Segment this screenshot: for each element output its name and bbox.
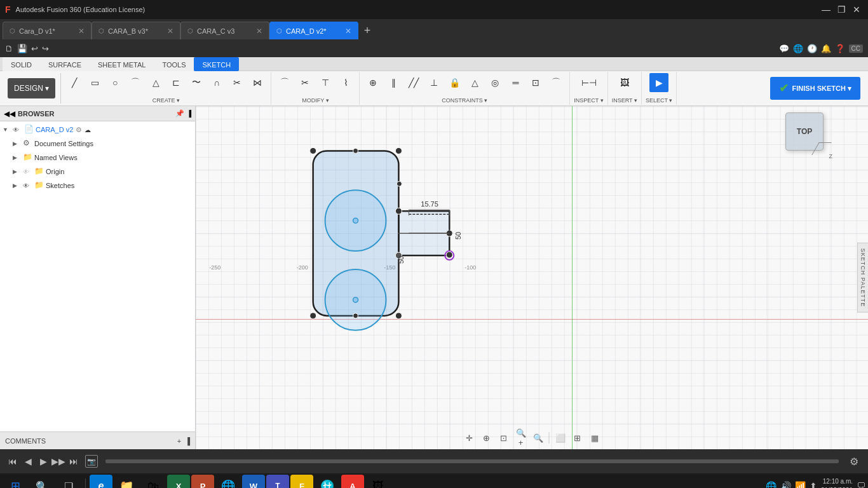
arc-tool-button[interactable]: ⌒ (126, 73, 145, 92)
comments-add-icon[interactable]: + (177, 437, 181, 445)
notification-icon[interactable]: 🗨 (857, 481, 865, 488)
search-button[interactable]: 🔍 (29, 475, 55, 488)
more-options-icon[interactable]: ☁ (85, 126, 91, 133)
network-sys-icon[interactable]: 🌐 (766, 481, 776, 488)
tab-close-icon[interactable]: ✕ (167, 27, 173, 36)
zoom-window-button[interactable]: 🔍+ (513, 431, 529, 445)
zoom-button[interactable]: 🔍 (531, 431, 546, 445)
timeline-track[interactable] (105, 459, 839, 463)
maximize-button[interactable]: ❐ (835, 3, 848, 16)
timeline-end-button[interactable]: ⏭ (67, 455, 80, 468)
rect-tool-button[interactable]: ▭ (85, 73, 104, 92)
tab-sheet-metal[interactable]: SHEET METAL (90, 57, 154, 71)
tab-close-icon[interactable]: ✕ (345, 27, 351, 36)
fusion360-taskbar[interactable]: F (290, 475, 313, 488)
grid-settings-button[interactable]: ⊞ (570, 431, 585, 445)
comments-expand-icon[interactable]: ▐ (185, 437, 190, 445)
visibility-eye[interactable]: 👁 (13, 126, 22, 133)
volume-icon[interactable]: 🔊 (780, 481, 791, 488)
conic-tool-button[interactable]: ∩ (207, 73, 226, 92)
visibility-eye[interactable]: 👁 (23, 168, 32, 175)
mirror-tool-button[interactable]: ⋈ (248, 73, 267, 92)
timeline-settings-button[interactable]: ⚙ (846, 454, 862, 469)
tab-tools[interactable]: TOOLS (154, 57, 194, 71)
tree-item-origin[interactable]: ▶ 👁 📁 Origin (0, 165, 195, 179)
chat-icon[interactable]: 💬 (779, 44, 789, 53)
tab-cara-b-v3[interactable]: ⬡ CARA_B v3* ✕ (92, 22, 180, 39)
bell-icon[interactable]: 🔔 (821, 44, 831, 53)
tree-item-named-views[interactable]: ▶ 📁 Named Views (0, 151, 195, 165)
tab-surface[interactable]: SURFACE (40, 57, 90, 71)
line-tool-button[interactable]: ╱ (65, 73, 84, 92)
excel-taskbar[interactable]: X (167, 475, 190, 488)
store-taskbar[interactable]: 🛍 (140, 475, 166, 488)
photos-taskbar[interactable]: 🖼 (365, 475, 391, 488)
parallel-button[interactable]: ╱╱ (404, 73, 423, 92)
system-clock[interactable]: 12:10 a.m. 31/03/2021 (821, 477, 853, 488)
minimize-button[interactable]: — (820, 3, 832, 16)
close-button[interactable]: ✕ (850, 3, 863, 16)
clock-icon[interactable]: 🕐 (807, 44, 817, 53)
new-button[interactable]: 🗋 (5, 44, 13, 53)
fix-button[interactable]: 🔒 (445, 73, 464, 92)
task-view-button[interactable]: ❑ (56, 475, 81, 488)
explorer-taskbar[interactable]: 📁 (114, 475, 139, 488)
lock-button[interactable]: ⌒ (546, 73, 566, 92)
powerpoint-taskbar[interactable]: P (191, 475, 214, 488)
slot-tool-button[interactable]: ⊏ (166, 73, 186, 92)
tab-sketch[interactable]: SKETCH (194, 57, 239, 71)
timeline-start-button[interactable]: ⏮ (6, 455, 19, 468)
teams-taskbar[interactable]: T (266, 475, 289, 488)
measure-button[interactable]: ⊢⊣ (580, 73, 599, 92)
sketch-palette-toggle[interactable]: SKETCH PALETTE (857, 243, 868, 313)
spline-tool-button[interactable]: 〜 (187, 73, 206, 92)
canvas-area[interactable]: -250 -200 -150 -100 (196, 106, 868, 449)
edge-taskbar[interactable]: e (90, 475, 112, 488)
update-icon[interactable]: ⬆ (810, 481, 817, 488)
tab-solid[interactable]: SOLID (3, 57, 40, 71)
timeline-play-button[interactable]: ▶ (37, 455, 50, 468)
network-icon[interactable]: 🌐 (793, 44, 803, 53)
tab-cara-d-v2[interactable]: ⬡ CARA_D v2* ✕ (269, 22, 358, 39)
start-button[interactable]: ⊞ (3, 475, 28, 488)
tab-close-icon[interactable]: ✕ (256, 27, 262, 36)
tree-item-root[interactable]: ▼ 👁 📄 CARA_D v2 ⚙ ☁ (0, 123, 195, 137)
help-icon[interactable]: ❓ (835, 44, 845, 53)
tree-item-sketches[interactable]: ▶ 👁 📁 Sketches (0, 179, 195, 193)
timeline-next-button[interactable]: ▶▶ (52, 455, 65, 468)
viewports-button[interactable]: ▦ (587, 431, 602, 445)
concentric-button[interactable]: ◎ (485, 73, 505, 92)
tab-cara-c-v3[interactable]: ⬡ CARA_C v3 ✕ (180, 22, 269, 39)
visibility-eye[interactable]: 👁 (23, 182, 32, 189)
insert-image-button[interactable]: 🖼 (615, 73, 634, 92)
wifi-icon[interactable]: 📶 (795, 481, 806, 488)
trim-tool-button[interactable]: ✂ (295, 73, 315, 92)
expand-arrow[interactable]: ▶ (13, 154, 22, 161)
tree-item-doc-settings[interactable]: ▶ ⚙ Document Settings (0, 137, 195, 151)
tab-close-icon[interactable]: ✕ (78, 27, 85, 36)
polygon-tool-button[interactable]: △ (146, 73, 165, 92)
design-button[interactable]: DESIGN ▾ (8, 78, 55, 98)
finish-sketch-button[interactable]: ✔ FINISH SKETCH ▾ (770, 77, 860, 100)
timeline-prev-button[interactable]: ◀ (22, 455, 34, 468)
equal-button[interactable]: ═ (506, 73, 525, 92)
expand-arrow[interactable]: ▶ (13, 140, 22, 147)
select-button[interactable]: ▶ (649, 73, 668, 92)
undo-button[interactable]: ↩ (31, 44, 38, 53)
word-taskbar[interactable]: W (242, 475, 265, 488)
orbit-button[interactable]: ⊕ (479, 431, 494, 445)
extend-tool-button[interactable]: ⊤ (316, 73, 335, 92)
point-tool-button[interactable]: ✂ (227, 73, 247, 92)
pan-button[interactable]: ✛ (462, 431, 477, 445)
redo-button[interactable]: ↪ (42, 44, 49, 53)
fillet-tool-button[interactable]: ⌒ (275, 73, 294, 92)
expand-arrow[interactable]: ▼ (3, 126, 11, 133)
browser-pin-icon[interactable]: 📌 (175, 109, 184, 118)
coincident-button[interactable]: ⊕ (363, 73, 383, 92)
gamepass-taskbar[interactable]: ⛎ (315, 475, 340, 488)
chrome-taskbar[interactable]: 🌐 (215, 475, 241, 488)
symmetric-button[interactable]: ⊡ (526, 73, 545, 92)
expand-arrow[interactable]: ▶ (13, 182, 22, 189)
break-tool-button[interactable]: ⌇ (336, 73, 355, 92)
zoom-fit-button[interactable]: ⊡ (496, 431, 512, 445)
